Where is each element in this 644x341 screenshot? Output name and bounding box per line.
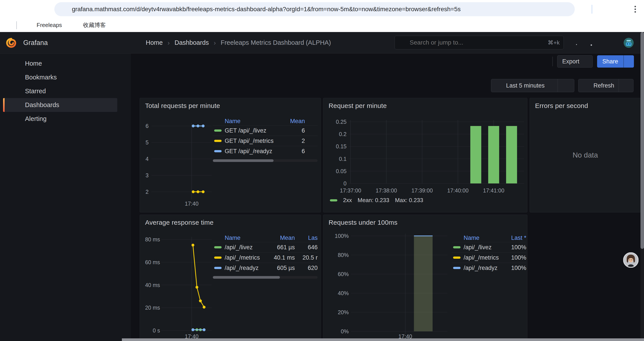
sidebar: Grafana Home Bookmarks Starred: [0, 32, 131, 341]
bookmark-icon: [10, 73, 18, 82]
panel-average-response-time[interactable]: Average response time 80 ms60 ms40 ms20 …: [140, 215, 321, 341]
browser-forward-button[interactable]: [20, 3, 34, 16]
chevron-down-icon[interactable]: [118, 88, 125, 95]
kiosk-monitor-icon[interactable]: [606, 38, 616, 48]
breadcrumb-home[interactable]: Home: [146, 39, 163, 46]
search-box[interactable]: ⌘+k: [394, 36, 564, 49]
vertical-scrollbar-thumb[interactable]: [640, 32, 644, 249]
favorite-star-icon[interactable]: [538, 57, 548, 66]
breadcrumb-dashboards[interactable]: Dashboards: [174, 39, 209, 46]
time-controls: Last 5 minutes Refresh: [491, 79, 634, 92]
browser-back-button[interactable]: [4, 3, 17, 16]
series-color-pill: [453, 267, 460, 269]
browser-reload-button[interactable]: [37, 3, 50, 16]
sidebar-item-dashboards[interactable]: Dashboards: [0, 98, 131, 112]
legend-col-last[interactable]: Las: [295, 235, 318, 241]
series-color-pill: [214, 246, 222, 248]
refresh-interval-chevron[interactable]: [618, 79, 633, 92]
legend-row[interactable]: GET /api/_/readyz 6: [213, 146, 318, 156]
legend-row[interactable]: /api/_/readyz 605 µs 620: [213, 263, 318, 273]
legend-col-name[interactable]: Name: [452, 235, 504, 241]
chevron-down-icon[interactable]: [118, 74, 125, 81]
grafana-logo[interactable]: [6, 37, 17, 49]
panel-errors-per-second[interactable]: Errors per second No data: [530, 98, 641, 212]
series-color-pill: [214, 150, 222, 152]
grafana-header: Home › Dashboards › Freeleaps Metrics Da…: [131, 32, 640, 53]
keyboard-icon: [538, 39, 546, 46]
svg-text:17:39:00: 17:39:00: [412, 187, 433, 194]
sidebar-item-bookmarks[interactable]: Bookmarks: [0, 71, 131, 84]
legend-col-mean[interactable]: Mean: [266, 235, 295, 241]
sidebar-item-starred[interactable]: Starred: [0, 84, 131, 98]
no-data-message: No data: [530, 98, 641, 212]
time-range-group: Last 5 minutes: [491, 79, 574, 92]
legend-row[interactable]: /api/_/metrics 40.1 ms 20.5 r: [213, 252, 318, 263]
legend-inline[interactable]: 2xx Mean: 0.233 Max: 0.233: [330, 197, 423, 204]
sidebar-collapse-icon[interactable]: [116, 38, 126, 48]
svg-text:6: 6: [146, 123, 148, 129]
series-color-pill: [330, 199, 337, 201]
legend-row[interactable]: GET /api/_/metrics 2: [213, 136, 318, 146]
legend-col-mean[interactable]: Mean: [278, 118, 305, 125]
apps-grid-icon[interactable]: [5, 21, 13, 30]
folder-icon: [25, 21, 34, 30]
news-rss-icon[interactable]: [588, 38, 599, 48]
downloads-icon[interactable]: [597, 3, 610, 16]
time-range-picker[interactable]: Last 5 minutes: [491, 79, 558, 92]
bookmark-folder-freeleaps[interactable]: Freeleaps: [21, 19, 66, 31]
bookmark-folder-label: Freeleaps: [36, 22, 62, 29]
legend-series-name: 2xx: [343, 197, 352, 204]
refresh-button[interactable]: Refresh: [578, 79, 618, 92]
svg-text:100%: 100%: [335, 233, 349, 239]
sidebar-item-home[interactable]: Home: [0, 57, 131, 71]
share-menu-chevron-icon[interactable]: [624, 55, 634, 68]
panel-total-requests-per-minute[interactable]: Total requests per minute 6543217:40 Nam…: [140, 98, 321, 212]
svg-text:40%: 40%: [338, 290, 349, 296]
legend-scrollbar[interactable]: [213, 276, 318, 279]
site-settings-icon[interactable]: [60, 5, 68, 14]
bookmarks-bar: Freeleaps 收藏博客: [0, 19, 644, 32]
header-border: [0, 53, 640, 54]
search-icon: [399, 39, 406, 46]
panel-requests-under-100ms[interactable]: Requests under 100ms 100%80%60%40%20%0%1…: [323, 215, 528, 341]
svg-text:80%: 80%: [338, 252, 349, 258]
panel-request-per-minute[interactable]: Request per minute 0.250.20.150.10.05017…: [323, 98, 528, 212]
zoom-out-button[interactable]: [558, 79, 574, 92]
legend-col-name[interactable]: Name: [213, 118, 278, 125]
legend-row[interactable]: /api/_/livez 661 µs 646: [213, 242, 318, 252]
brand-label: Grafana: [23, 39, 48, 47]
bookmark-star-icon[interactable]: [554, 5, 563, 14]
sidebar-item-alerting[interactable]: Alerting: [0, 112, 131, 126]
legend-max-stat: Max: 0.233: [395, 197, 423, 204]
clock-icon: [496, 82, 503, 89]
grafana-app: Grafana Home Bookmarks Starred: [0, 32, 644, 341]
svg-text:4: 4: [146, 156, 148, 162]
chevron-down-icon[interactable]: [118, 102, 125, 109]
share-button[interactable]: Share: [597, 55, 624, 68]
user-avatar[interactable]: [624, 38, 634, 48]
search-input[interactable]: [410, 39, 534, 46]
svg-text:0 s: 0 s: [153, 327, 160, 333]
svg-text:0.05: 0.05: [336, 168, 346, 174]
export-button[interactable]: Export: [557, 55, 593, 68]
floating-assistant-avatar[interactable]: [623, 252, 638, 268]
browser-profile-icon[interactable]: [612, 3, 626, 16]
extensions-icon[interactable]: [575, 3, 588, 16]
legend-row[interactable]: GET /api/_/livez 6: [213, 125, 318, 136]
help-icon[interactable]: [572, 38, 582, 48]
legend-col-last[interactable]: Last *: [504, 235, 526, 241]
chevron-down-icon[interactable]: [118, 115, 125, 122]
toolbar-divider: [592, 5, 592, 14]
legend-header: Name Mean: [213, 117, 318, 125]
address-bar[interactable]: grafana.mathmast.com/d/deytv4rwavabkb/fr…: [54, 2, 575, 16]
legend-table: Name Mean Las /api/_/livez 661 µs 646 /a…: [213, 234, 318, 279]
legend-scrollbar[interactable]: [213, 159, 318, 162]
chevron-down-icon: [623, 83, 629, 88]
bookmark-folder-blogs[interactable]: 收藏博客: [68, 19, 110, 31]
legend-row[interactable]: /api/_/metrics 100%: [452, 252, 526, 263]
horizontal-scrollbar-thumb[interactable]: [122, 338, 644, 341]
legend-col-name[interactable]: Name: [213, 235, 266, 241]
legend-row[interactable]: /api/_/readyz 100%: [452, 263, 526, 273]
legend-row[interactable]: /api/_/livez 100%: [452, 242, 526, 252]
browser-menu-icon[interactable]: [629, 3, 642, 16]
